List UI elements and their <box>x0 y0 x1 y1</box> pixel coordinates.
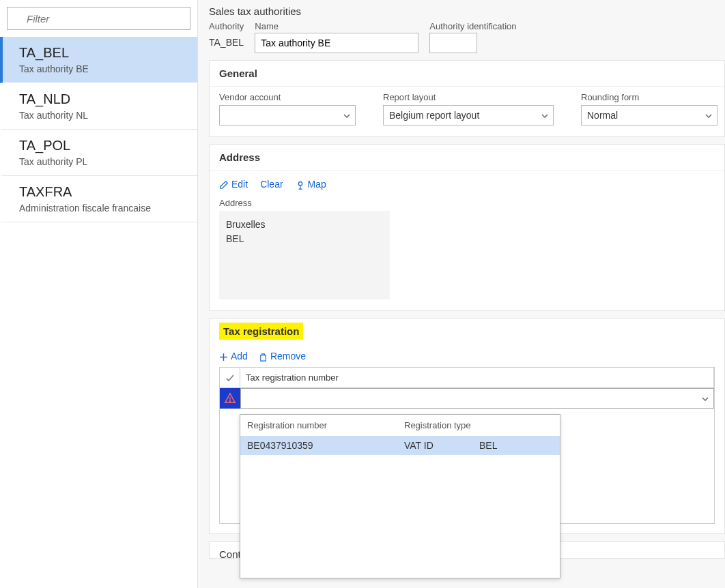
map-pin-icon <box>296 179 305 190</box>
sidebar: TA_BEL Tax authority BE TA_NLD Tax autho… <box>0 0 198 588</box>
list-item-desc: Tax authority BE <box>19 63 186 74</box>
list-item-desc: Administration fiscale francaise <box>19 203 186 214</box>
dropdown-cell-regnum: BE0437910359 <box>247 440 404 451</box>
edit-link[interactable]: Edit <box>219 179 248 190</box>
dropdown-cell-regtype: VAT ID <box>404 440 479 451</box>
pencil-icon <box>219 179 229 190</box>
page-title: Sales tax authorities <box>209 0 725 21</box>
clear-link[interactable]: Clear <box>260 179 283 190</box>
dropdown-header: Registration number Registration type <box>240 415 560 436</box>
authid-field: Authority identification <box>429 21 516 53</box>
dropdown-body <box>240 455 560 578</box>
remove-label: Remove <box>270 351 306 362</box>
rounding-value: Normal <box>587 110 618 121</box>
chevron-down-icon <box>705 110 713 121</box>
rounding-label: Rounding form <box>581 92 717 102</box>
list-item-desc: Tax authority PL <box>19 156 186 167</box>
clear-label: Clear <box>260 179 283 190</box>
grid-row <box>220 388 714 409</box>
vendor-select[interactable] <box>219 105 356 126</box>
filter-wrap <box>0 0 197 37</box>
authority-list: TA_BEL Tax authority BE TA_NLD Tax autho… <box>0 37 197 222</box>
dropdown-col-country <box>479 420 553 430</box>
list-item-ta-nld[interactable]: TA_NLD Tax authority NL <box>0 83 197 130</box>
address-header[interactable]: Address <box>210 145 724 171</box>
name-input[interactable] <box>255 33 418 53</box>
authority-value: TA_BEL <box>209 33 244 52</box>
name-field: Name <box>255 21 418 53</box>
plus-icon <box>219 351 228 362</box>
list-item-code: TA_NLD <box>19 91 186 107</box>
address-toolbar: Edit Clear Map <box>219 176 715 198</box>
list-item-ta-pol[interactable]: TA_POL Tax authority PL <box>0 130 197 176</box>
edit-label: Edit <box>231 179 248 190</box>
svg-point-6 <box>229 401 230 402</box>
remove-button[interactable]: Remove <box>259 351 306 362</box>
trash-icon <box>259 351 268 362</box>
add-button[interactable]: Add <box>219 351 248 362</box>
list-item-taxfra[interactable]: TAXFRA Administration fiscale francaise <box>0 176 197 222</box>
add-label: Add <box>231 351 248 362</box>
rounding-field: Rounding form Normal <box>581 92 717 126</box>
dropdown-cell-country: BEL <box>479 440 553 451</box>
general-header[interactable]: General <box>210 61 724 87</box>
address-label: Address <box>219 198 715 208</box>
general-panel: General Vendor account Report layout Bel… <box>209 60 725 137</box>
vendor-field: Vendor account <box>219 92 356 126</box>
main: Sales tax authorities Authority TA_BEL N… <box>198 0 725 588</box>
report-label: Report layout <box>383 92 554 102</box>
chevron-down-icon <box>541 110 549 121</box>
chevron-down-icon[interactable] <box>697 394 713 404</box>
warning-icon <box>220 388 240 409</box>
report-value: Belgium report layout <box>389 110 479 121</box>
chevron-down-icon <box>343 110 351 121</box>
address-box: Bruxelles BEL <box>219 211 390 299</box>
rounding-select[interactable]: Normal <box>581 105 717 126</box>
map-label: Map <box>308 179 326 190</box>
dropdown-col-regnum: Registration number <box>247 420 404 430</box>
tax-number-input[interactable] <box>241 389 697 408</box>
tax-number-cell[interactable] <box>240 388 714 409</box>
column-header-tax-number[interactable]: Tax registration number <box>240 368 714 387</box>
grid-header: Tax registration number <box>220 368 714 388</box>
list-item-code: TA_BEL <box>19 45 186 61</box>
map-link[interactable]: Map <box>296 179 326 190</box>
dropdown-row[interactable]: BE0437910359 VAT ID BEL <box>240 436 560 455</box>
tax-registration-panel: Tax registration Add Remove Tax re <box>209 318 725 534</box>
vendor-label: Vendor account <box>219 92 356 102</box>
authority-field: Authority TA_BEL <box>209 21 244 53</box>
tax-number-dropdown: Registration number Registration type BE… <box>240 414 560 578</box>
list-item-ta-bel[interactable]: TA_BEL Tax authority BE <box>0 37 197 83</box>
list-item-desc: Tax authority NL <box>19 110 186 121</box>
name-label: Name <box>255 21 418 31</box>
authid-label: Authority identification <box>429 21 516 31</box>
address-panel: Address Edit Clear Map <box>209 144 725 311</box>
authority-label: Authority <box>209 21 244 31</box>
header-fields: Authority TA_BEL Name Authority identifi… <box>209 21 725 53</box>
filter-input[interactable] <box>7 7 190 30</box>
authid-input[interactable] <box>429 33 477 53</box>
report-field: Report layout Belgium report layout <box>383 92 554 126</box>
dropdown-col-regtype: Registration type <box>404 420 479 430</box>
list-item-code: TA_POL <box>19 138 186 153</box>
peek-title: Cont <box>219 548 241 559</box>
report-select[interactable]: Belgium report layout <box>383 105 554 126</box>
tax-toolbar: Add Remove <box>210 344 724 367</box>
select-all-checkbox[interactable] <box>220 368 240 387</box>
list-item-code: TAXFRA <box>19 184 186 200</box>
tax-header-label: Tax registration <box>219 323 303 340</box>
tax-header[interactable]: Tax registration <box>210 319 313 344</box>
svg-point-2 <box>298 182 302 186</box>
